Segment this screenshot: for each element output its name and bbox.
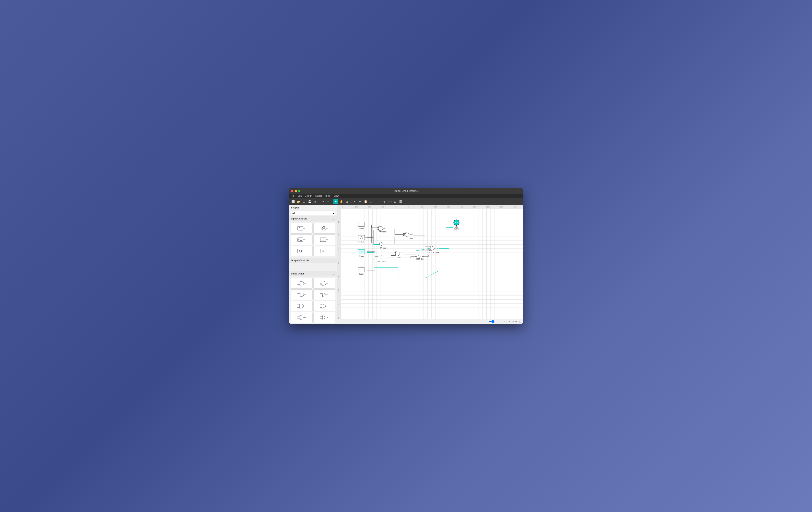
new-button[interactable]: ⬜ bbox=[291, 199, 295, 204]
main-area: Shapes All Input Controls ▲ bbox=[289, 205, 523, 324]
zoom-slider[interactable] bbox=[489, 320, 505, 323]
label-or1: OR gate bbox=[379, 247, 386, 249]
svg-text:300: 300 bbox=[338, 248, 339, 250]
menu-view[interactable]: View bbox=[334, 194, 339, 197]
svg-text:700: 700 bbox=[338, 303, 339, 305]
svg-text:0: 0 bbox=[342, 206, 343, 208]
section-logic-gates[interactable]: Logic Gates ▲ bbox=[289, 271, 337, 276]
main-canvas[interactable]: Switch Push button ⏱ Clock bbox=[341, 209, 523, 319]
svg-text:300: 300 bbox=[381, 206, 384, 208]
multiselect-button[interactable]: ⊞ bbox=[345, 199, 349, 204]
shape-pushbutton[interactable] bbox=[291, 246, 313, 257]
toolbar: ⬜ 📂 ⬡ 💾 🖨 ↩ ↪ ✦ ✋ ⊞ ✂ ⧉ 📋 🗑 ⇆ ⇅ ⟷ ⊡ 🖼 bbox=[289, 198, 523, 205]
shape-and-gate-3[interactable] bbox=[291, 290, 313, 300]
shape-or-gate-3[interactable] bbox=[313, 312, 336, 323]
svg-point-99 bbox=[385, 244, 386, 244]
maximize-button[interactable] bbox=[298, 190, 300, 192]
zoom-out-button[interactable]: − bbox=[487, 320, 488, 323]
menu-file[interactable]: File bbox=[291, 194, 294, 197]
label-or2: OR Gate bbox=[406, 237, 413, 239]
svg-point-93 bbox=[385, 228, 385, 229]
svg-rect-7 bbox=[298, 238, 303, 242]
svg-text:800: 800 bbox=[338, 317, 339, 319]
svg-rect-78 bbox=[358, 235, 365, 240]
input-controls-content: 1 0 bbox=[289, 221, 337, 258]
print-button[interactable]: 🖨 bbox=[313, 199, 317, 204]
copy-button[interactable]: ⧉ bbox=[358, 199, 362, 204]
redo-button[interactable]: ↪ bbox=[326, 199, 330, 204]
menu-select[interactable]: Select bbox=[315, 194, 322, 197]
shape-pulse[interactable] bbox=[291, 234, 313, 245]
svg-point-103 bbox=[395, 252, 396, 253]
image-button[interactable]: 🖼 bbox=[398, 199, 403, 204]
zoom-in-button[interactable]: + bbox=[505, 320, 507, 323]
shape-or-gate-2[interactable] bbox=[313, 301, 336, 311]
svg-text:100: 100 bbox=[338, 221, 339, 223]
section-output-controls[interactable]: Output Controls ▲ bbox=[289, 258, 337, 263]
svg-point-120 bbox=[421, 256, 422, 257]
logic-gates-content bbox=[289, 276, 337, 324]
svg-text:200: 200 bbox=[368, 206, 371, 208]
paste-button[interactable]: 📋 bbox=[363, 199, 368, 204]
pan-button[interactable]: ✋ bbox=[339, 199, 344, 204]
save-button[interactable]: 💾 bbox=[307, 199, 312, 204]
minimize-button[interactable] bbox=[294, 190, 297, 192]
svg-text:600: 600 bbox=[421, 206, 424, 208]
label-and1: AND gate bbox=[379, 231, 386, 233]
shapes-filter[interactable]: All bbox=[289, 210, 337, 216]
select-button[interactable]: ✦ bbox=[334, 199, 338, 204]
svg-rect-75 bbox=[358, 222, 365, 226]
save-as-button[interactable]: ⬡ bbox=[301, 199, 306, 204]
shape-and-gate-5[interactable] bbox=[291, 312, 313, 323]
delete-button[interactable]: 🗑 bbox=[369, 199, 373, 204]
svg-point-117 bbox=[412, 234, 412, 235]
canvas-area: 0 100 200 300 400 500 600 700 800 900 10… bbox=[337, 205, 523, 324]
svg-text:0: 0 bbox=[322, 250, 324, 252]
logic-gates-label: Logic Gates bbox=[291, 272, 304, 275]
svg-text:400: 400 bbox=[395, 206, 397, 208]
svg-text:1000: 1000 bbox=[473, 206, 476, 208]
input-controls-toggle: ▲ bbox=[333, 218, 335, 220]
flip-v-button[interactable]: ⇅ bbox=[382, 199, 386, 204]
svg-point-111 bbox=[384, 257, 384, 258]
circuit-diagram: Switch Push button ⏱ Clock bbox=[341, 209, 523, 319]
svg-text:1100: 1100 bbox=[486, 206, 490, 208]
shape-led[interactable] bbox=[313, 223, 336, 234]
svg-point-109 bbox=[377, 255, 378, 257]
svg-text:900: 900 bbox=[461, 206, 463, 208]
zoom-control[interactable]: − + ⚙ 100% ⊡ bbox=[487, 320, 521, 323]
svg-point-98 bbox=[377, 245, 377, 246]
svg-point-104 bbox=[395, 254, 396, 255]
svg-point-127 bbox=[428, 247, 428, 247]
open-button[interactable]: 📂 bbox=[296, 199, 301, 204]
menu-tools[interactable]: Tools bbox=[325, 194, 330, 197]
flip-h-button[interactable]: ⇆ bbox=[376, 199, 381, 204]
cut-button[interactable]: ✂ bbox=[352, 199, 357, 204]
svg-text:1: 1 bbox=[322, 239, 324, 241]
shape-switch[interactable] bbox=[291, 223, 313, 234]
shape-xor-gate[interactable] bbox=[291, 324, 313, 324]
undo-button[interactable]: ↩ bbox=[320, 199, 325, 204]
shape-and-gate-2[interactable] bbox=[313, 278, 336, 289]
section-input-controls[interactable]: Input Controls ▲ bbox=[289, 216, 337, 221]
fit-button[interactable]: ⊡ bbox=[393, 199, 398, 204]
close-button[interactable] bbox=[291, 190, 293, 192]
svg-rect-85 bbox=[358, 268, 365, 272]
menu-edit[interactable]: Edit bbox=[297, 194, 301, 197]
label-switch2: Switch bbox=[359, 273, 364, 275]
shape-and-gate-4[interactable] bbox=[291, 301, 313, 311]
menu-design[interactable]: Design bbox=[305, 194, 312, 197]
shape-and-gate-1[interactable] bbox=[291, 278, 313, 289]
traffic-lights bbox=[291, 190, 300, 192]
zoom-fit-button[interactable]: ⊡ bbox=[519, 320, 521, 323]
ruler-vertical: 100 200 300 400 500 600 700 800 bbox=[337, 209, 341, 319]
shape-zero[interactable]: 0 bbox=[313, 246, 336, 257]
shapes-filter-select[interactable]: All bbox=[291, 211, 335, 215]
shape-1bit[interactable]: 1 bbox=[313, 234, 336, 245]
connect-button[interactable]: ⟷ bbox=[387, 199, 392, 204]
input-controls-label: Input Controls bbox=[291, 217, 307, 220]
shape-or-gate-1[interactable] bbox=[313, 290, 336, 300]
svg-point-128 bbox=[428, 249, 428, 250]
zoom-settings-icon[interactable]: ⚙ bbox=[509, 320, 511, 323]
label-and3: AND Gate bbox=[377, 260, 385, 262]
